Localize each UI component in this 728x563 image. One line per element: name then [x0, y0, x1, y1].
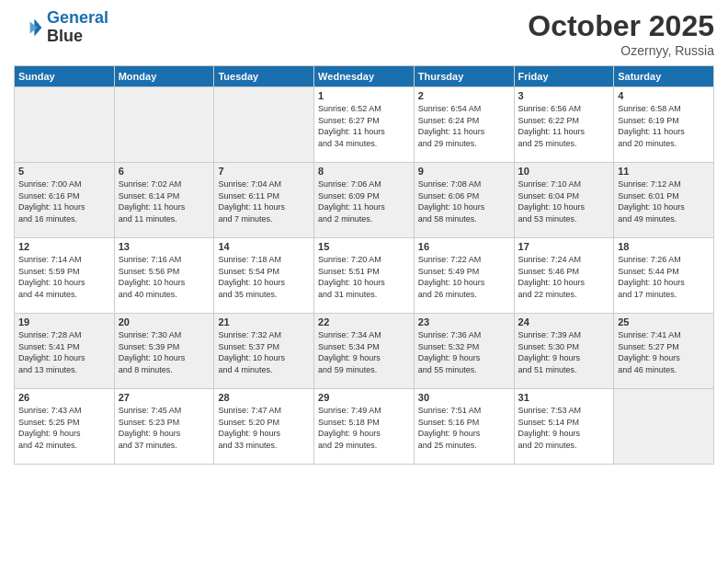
day-info: Sunrise: 7:34 AM Sunset: 5:34 PM Dayligh… [318, 329, 410, 375]
calendar-cell: 9Sunrise: 7:08 AM Sunset: 6:06 PM Daylig… [414, 163, 514, 238]
calendar-cell: 19Sunrise: 7:28 AM Sunset: 5:41 PM Dayli… [15, 314, 115, 389]
calendar-week-row: 1Sunrise: 6:52 AM Sunset: 6:27 PM Daylig… [15, 87, 714, 163]
title-section: October 2025 Ozernyy, Russia [528, 9, 714, 58]
calendar-cell: 27Sunrise: 7:45 AM Sunset: 5:23 PM Dayli… [114, 389, 214, 465]
calendar-week-row: 19Sunrise: 7:28 AM Sunset: 5:41 PM Dayli… [15, 314, 714, 389]
day-number: 12 [18, 241, 110, 252]
day-number: 15 [318, 241, 410, 252]
calendar-cell: 5Sunrise: 7:00 AM Sunset: 6:16 PM Daylig… [15, 163, 115, 238]
logo-text: General Blue [47, 9, 108, 46]
day-number: 1 [318, 90, 410, 101]
day-number: 31 [518, 392, 610, 403]
weekday-header: Tuesday [214, 66, 314, 87]
day-info: Sunrise: 6:54 AM Sunset: 6:24 PM Dayligh… [418, 103, 510, 149]
calendar-cell: 28Sunrise: 7:47 AM Sunset: 5:20 PM Dayli… [214, 389, 314, 465]
day-info: Sunrise: 7:41 AM Sunset: 5:27 PM Dayligh… [618, 329, 710, 375]
day-info: Sunrise: 7:16 AM Sunset: 5:56 PM Dayligh… [119, 254, 210, 300]
day-number: 2 [418, 90, 510, 101]
day-info: Sunrise: 7:45 AM Sunset: 5:23 PM Dayligh… [119, 405, 210, 451]
calendar-cell [214, 87, 314, 163]
calendar-cell: 10Sunrise: 7:10 AM Sunset: 6:04 PM Dayli… [514, 163, 614, 238]
header: General Blue October 2025 Ozernyy, Russi… [14, 9, 714, 58]
day-number: 7 [218, 166, 310, 177]
calendar-cell: 30Sunrise: 7:51 AM Sunset: 5:16 PM Dayli… [414, 389, 514, 465]
day-info: Sunrise: 7:32 AM Sunset: 5:37 PM Dayligh… [218, 329, 310, 375]
day-number: 6 [119, 166, 210, 177]
calendar-cell: 26Sunrise: 7:43 AM Sunset: 5:25 PM Dayli… [15, 389, 115, 465]
calendar-cell: 20Sunrise: 7:30 AM Sunset: 5:39 PM Dayli… [114, 314, 214, 389]
day-info: Sunrise: 7:00 AM Sunset: 6:16 PM Dayligh… [18, 178, 110, 224]
day-info: Sunrise: 7:20 AM Sunset: 5:51 PM Dayligh… [318, 254, 410, 300]
calendar-week-row: 5Sunrise: 7:00 AM Sunset: 6:16 PM Daylig… [15, 163, 714, 238]
calendar-cell: 23Sunrise: 7:36 AM Sunset: 5:32 PM Dayli… [414, 314, 514, 389]
day-info: Sunrise: 7:47 AM Sunset: 5:20 PM Dayligh… [218, 405, 310, 451]
weekday-header: Monday [114, 66, 214, 87]
day-number: 29 [318, 392, 410, 403]
day-info: Sunrise: 7:02 AM Sunset: 6:14 PM Dayligh… [119, 178, 210, 224]
calendar-week-row: 12Sunrise: 7:14 AM Sunset: 5:59 PM Dayli… [15, 238, 714, 314]
calendar-cell: 22Sunrise: 7:34 AM Sunset: 5:34 PM Dayli… [314, 314, 415, 389]
day-number: 5 [18, 166, 110, 177]
day-number: 30 [418, 392, 510, 403]
location: Ozernyy, Russia [528, 43, 714, 58]
calendar-cell: 11Sunrise: 7:12 AM Sunset: 6:01 PM Dayli… [614, 163, 714, 238]
day-number: 13 [119, 241, 210, 252]
calendar-cell: 21Sunrise: 7:32 AM Sunset: 5:37 PM Dayli… [214, 314, 314, 389]
day-number: 19 [18, 316, 110, 327]
calendar: SundayMondayTuesdayWednesdayThursdayFrid… [14, 65, 714, 465]
day-info: Sunrise: 7:36 AM Sunset: 5:32 PM Dayligh… [418, 329, 510, 375]
day-info: Sunrise: 7:43 AM Sunset: 5:25 PM Dayligh… [18, 405, 110, 451]
day-number: 14 [218, 241, 310, 252]
weekday-header: Sunday [15, 66, 115, 87]
day-info: Sunrise: 7:28 AM Sunset: 5:41 PM Dayligh… [18, 329, 110, 375]
day-info: Sunrise: 7:14 AM Sunset: 5:59 PM Dayligh… [18, 254, 110, 300]
day-number: 20 [119, 316, 210, 327]
calendar-cell: 18Sunrise: 7:26 AM Sunset: 5:44 PM Dayli… [614, 238, 714, 314]
day-number: 3 [518, 90, 610, 101]
weekday-header-row: SundayMondayTuesdayWednesdayThursdayFrid… [15, 66, 714, 87]
calendar-cell: 6Sunrise: 7:02 AM Sunset: 6:14 PM Daylig… [114, 163, 214, 238]
calendar-cell: 2Sunrise: 6:54 AM Sunset: 6:24 PM Daylig… [414, 87, 514, 163]
day-info: Sunrise: 7:39 AM Sunset: 5:30 PM Dayligh… [518, 329, 610, 375]
calendar-cell: 12Sunrise: 7:14 AM Sunset: 5:59 PM Dayli… [15, 238, 115, 314]
day-info: Sunrise: 7:04 AM Sunset: 6:11 PM Dayligh… [218, 178, 310, 224]
day-info: Sunrise: 6:52 AM Sunset: 6:27 PM Dayligh… [318, 103, 410, 149]
day-number: 28 [218, 392, 310, 403]
calendar-cell: 24Sunrise: 7:39 AM Sunset: 5:30 PM Dayli… [514, 314, 614, 389]
day-info: Sunrise: 7:53 AM Sunset: 5:14 PM Dayligh… [518, 405, 610, 451]
day-number: 27 [119, 392, 210, 403]
calendar-cell [15, 87, 115, 163]
day-number: 25 [618, 316, 710, 327]
calendar-cell [114, 87, 214, 163]
day-info: Sunrise: 7:08 AM Sunset: 6:06 PM Dayligh… [418, 178, 510, 224]
calendar-cell: 16Sunrise: 7:22 AM Sunset: 5:49 PM Dayli… [414, 238, 514, 314]
logo: General Blue [14, 9, 108, 46]
day-info: Sunrise: 7:49 AM Sunset: 5:18 PM Dayligh… [318, 405, 410, 451]
day-number: 4 [618, 90, 710, 101]
calendar-cell: 13Sunrise: 7:16 AM Sunset: 5:56 PM Dayli… [114, 238, 214, 314]
weekday-header: Thursday [414, 66, 514, 87]
day-info: Sunrise: 7:24 AM Sunset: 5:46 PM Dayligh… [518, 254, 610, 300]
day-info: Sunrise: 7:12 AM Sunset: 6:01 PM Dayligh… [618, 178, 710, 224]
weekday-header: Wednesday [314, 66, 415, 87]
calendar-week-row: 26Sunrise: 7:43 AM Sunset: 5:25 PM Dayli… [15, 389, 714, 465]
day-info: Sunrise: 7:51 AM Sunset: 5:16 PM Dayligh… [418, 405, 510, 451]
calendar-cell: 3Sunrise: 6:56 AM Sunset: 6:22 PM Daylig… [514, 87, 614, 163]
day-info: Sunrise: 7:18 AM Sunset: 5:54 PM Dayligh… [218, 254, 310, 300]
month-year: October 2025 [528, 9, 714, 43]
calendar-cell: 17Sunrise: 7:24 AM Sunset: 5:46 PM Dayli… [514, 238, 614, 314]
day-number: 18 [618, 241, 710, 252]
calendar-cell: 31Sunrise: 7:53 AM Sunset: 5:14 PM Dayli… [514, 389, 614, 465]
day-number: 16 [418, 241, 510, 252]
day-number: 26 [18, 392, 110, 403]
day-info: Sunrise: 7:30 AM Sunset: 5:39 PM Dayligh… [119, 329, 210, 375]
calendar-cell [614, 389, 714, 465]
logo-icon [14, 13, 43, 42]
day-number: 17 [518, 241, 610, 252]
calendar-cell: 1Sunrise: 6:52 AM Sunset: 6:27 PM Daylig… [314, 87, 415, 163]
day-info: Sunrise: 7:22 AM Sunset: 5:49 PM Dayligh… [418, 254, 510, 300]
weekday-header: Friday [514, 66, 614, 87]
day-number: 24 [518, 316, 610, 327]
day-info: Sunrise: 7:26 AM Sunset: 5:44 PM Dayligh… [618, 254, 710, 300]
day-info: Sunrise: 7:10 AM Sunset: 6:04 PM Dayligh… [518, 178, 610, 224]
